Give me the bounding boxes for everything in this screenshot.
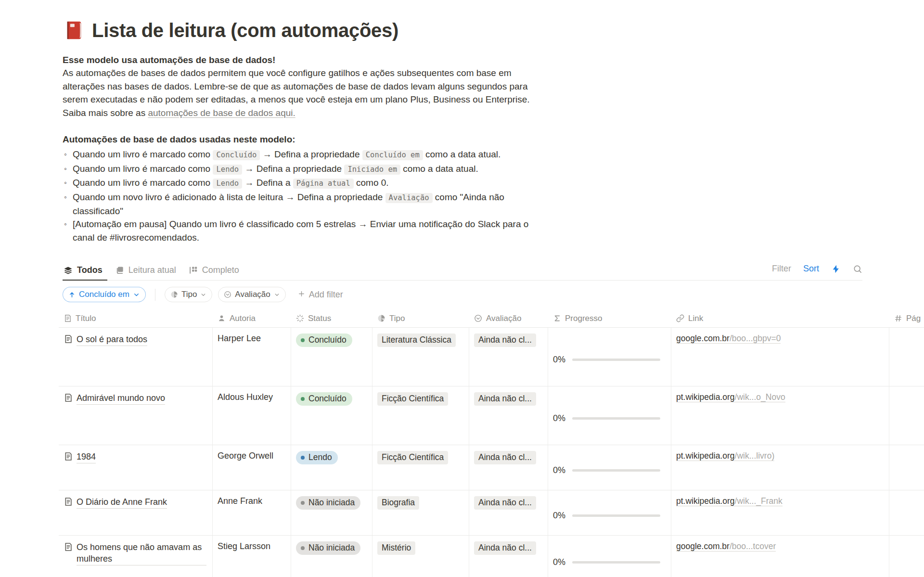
intro-bold-line: Esse modelo usa automações de base de da…: [63, 53, 540, 66]
avaliacao-tag[interactable]: Ainda não cl...: [474, 333, 536, 347]
cell-status: Lendo: [291, 445, 372, 490]
row-title-link[interactable]: Admirável mundo novo: [77, 392, 165, 405]
status-pill[interactable]: Não iniciada: [296, 541, 360, 555]
tab-leitura-atual[interactable]: Leitura atual: [114, 261, 181, 281]
row-link[interactable]: google.com.br/boo...gbpv=0: [676, 333, 781, 344]
tab-completo[interactable]: Completo: [188, 261, 244, 281]
filter-button[interactable]: Filter: [772, 264, 791, 274]
column-header-label: Título: [76, 314, 96, 323]
gallery-icon: [115, 266, 124, 275]
progress-bar: [572, 561, 660, 564]
cell-author[interactable]: Harper Lee: [213, 328, 291, 386]
tab-label: Leitura atual: [128, 265, 176, 275]
cell-title: O sol é para todos: [59, 328, 213, 386]
cell-pag[interactable]: [889, 536, 924, 577]
notion-page: Lista de leitura (com automações) Esse m…: [0, 0, 924, 577]
table-body: O sol é para todosHarper LeeConcluídoLit…: [59, 328, 924, 577]
tipo-tag[interactable]: Ficção Científica: [377, 392, 448, 406]
column-header-pag[interactable]: Pág: [889, 314, 924, 323]
cell-pag[interactable]: [889, 386, 924, 445]
inline-code-chip: Página atual: [293, 179, 354, 189]
cell-author[interactable]: Stieg Larsson: [213, 536, 291, 577]
row-title-link[interactable]: Os homens que não amavam as mulheres: [77, 541, 206, 565]
cell-pag[interactable]: [889, 445, 924, 490]
view-tabs: TodosLeitura atualCompleto: [63, 261, 244, 280]
avaliacao-tag[interactable]: Ainda não cl...: [474, 541, 536, 555]
status-dot: [301, 501, 305, 505]
automations-doc-link[interactable]: automações de base de dados aqui.: [148, 108, 295, 118]
reading-list-table: TítuloAutoriaStatusTipoAvaliaçãoProgress…: [59, 309, 924, 577]
sort-button[interactable]: Sort: [803, 264, 819, 274]
avaliacao-tag[interactable]: Ainda não cl...: [474, 392, 536, 406]
cell-avaliacao: Ainda não cl...: [469, 490, 548, 535]
cell-pag[interactable]: [889, 490, 924, 535]
avaliacao-tag[interactable]: Ainda não cl...: [474, 451, 536, 464]
sort-rule-pill[interactable]: Concluído em: [63, 287, 146, 302]
status-pill[interactable]: Concluído: [296, 392, 352, 406]
row-link[interactable]: google.com.br/boo...tcover: [676, 541, 776, 551]
inline-code-chip: Avaliação: [385, 193, 433, 203]
inline-code-chip: Iniciado em: [344, 165, 400, 175]
bullet-marker: ◦: [64, 218, 67, 231]
cell-author[interactable]: Anne Frank: [213, 490, 291, 535]
column-header-titulo[interactable]: Título: [59, 314, 213, 323]
column-header-label: Autoria: [230, 314, 256, 323]
link-path: /wik...o_Novo: [735, 392, 785, 402]
add-filter-button[interactable]: Add filter: [295, 289, 346, 300]
db-toolbar: Filter Sort: [772, 264, 862, 280]
cell-author[interactable]: Aldous Huxley: [213, 386, 291, 445]
column-header-avaliacao[interactable]: Avaliação: [469, 314, 548, 323]
tab-todos[interactable]: Todos: [63, 261, 107, 281]
row-title-link[interactable]: O sol é para todos: [77, 333, 147, 346]
cell-title: O Diário de Anne Frank: [59, 490, 213, 535]
progress-bar: [572, 469, 660, 472]
tipo-tag[interactable]: Biografia: [377, 496, 419, 510]
intro-body: As automações de bases de dados permitem…: [63, 66, 540, 119]
cell-author[interactable]: George Orwell: [213, 445, 291, 490]
bullet-text: Quando um livro é marcado como Lendo → D…: [73, 178, 389, 188]
link-path: /wik..._Frank: [735, 496, 783, 506]
link-domain: pt.wikipedia.org: [676, 392, 735, 402]
link-domain: google.com.br: [676, 541, 730, 551]
column-header-autoria[interactable]: Autoria: [213, 314, 291, 323]
bullet-item: ◦Quando um novo livro é adicionado à lis…: [63, 191, 551, 218]
intro-paragraph: Esse modelo usa automações de base de da…: [63, 53, 540, 119]
bullet-text-segment: Quando um livro é marcado como: [73, 149, 213, 159]
filter-pill-tipo[interactable]: Tipo: [165, 287, 212, 302]
doc-icon: [64, 314, 72, 322]
row-title-link[interactable]: 1984: [77, 451, 96, 463]
page-title[interactable]: Lista de leitura (com automações): [63, 19, 924, 41]
bullet-text-segment: como 0.: [354, 178, 389, 188]
avaliacao-tag[interactable]: Ainda não cl...: [474, 496, 536, 510]
row-link[interactable]: pt.wikipedia.org/wik...o_Novo: [676, 392, 785, 402]
link-icon: [676, 314, 684, 322]
cell-pag[interactable]: [889, 328, 924, 386]
column-header-link[interactable]: Link: [671, 314, 889, 323]
column-header-progresso[interactable]: Progresso: [548, 314, 671, 323]
tipo-tag[interactable]: Mistério: [377, 541, 415, 555]
status-dot: [301, 338, 305, 342]
row-link[interactable]: pt.wikipedia.org/wik..._Frank: [676, 496, 783, 506]
tipo-tag[interactable]: Ficção Científica: [377, 451, 448, 464]
bullet-item: ◦[Automação em pausa] Quando um livro é …: [63, 218, 551, 244]
filter-pill-avaliacao[interactable]: Avaliação: [218, 287, 285, 302]
pie-chart-icon: [377, 314, 385, 322]
column-header-label: Progresso: [565, 314, 602, 323]
status-pill[interactable]: Não iniciada: [296, 496, 360, 510]
tipo-tag[interactable]: Literatura Clássica: [377, 333, 456, 347]
inline-code-chip: Lendo: [213, 165, 242, 175]
row-link[interactable]: pt.wikipedia.org/wik...livro): [676, 451, 774, 461]
automations-bolt-icon[interactable]: [831, 264, 841, 274]
plus-icon: [298, 290, 305, 300]
status-pill[interactable]: Concluído: [296, 333, 352, 347]
cell-title: 1984: [59, 445, 213, 490]
inline-code-chip: Concluído: [213, 150, 260, 160]
tab-label: Completo: [202, 265, 239, 275]
divider: [155, 289, 155, 301]
cell-tipo: Mistério: [372, 536, 469, 577]
row-title-link[interactable]: O Diário de Anne Frank: [77, 496, 167, 509]
column-header-tipo[interactable]: Tipo: [372, 314, 469, 323]
column-header-status[interactable]: Status: [291, 314, 372, 323]
status-pill[interactable]: Lendo: [296, 451, 338, 464]
search-icon[interactable]: [853, 264, 862, 274]
